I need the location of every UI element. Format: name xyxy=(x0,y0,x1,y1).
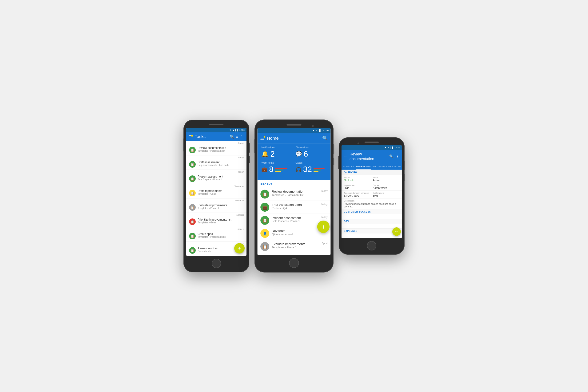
tab-sources[interactable]: SOURCES xyxy=(342,164,356,170)
right-phone-screen: ▼ ▲ ▌▌ 12:30 ← Review documentation 🔍 ⋮ xyxy=(342,145,402,238)
task-icon-7: 📋 xyxy=(189,233,196,240)
task-item-5[interactable]: 📋 Evaluate improvements Templates › Phas… xyxy=(186,202,246,213)
task-icon-4: 📋 xyxy=(189,190,196,196)
center-status-time: 12:30 xyxy=(323,129,328,132)
properties-content: OVERVIEW Status On track State Active Im… xyxy=(342,170,402,238)
task-icon-5: 📋 xyxy=(189,204,196,211)
cases-stat[interactable]: Cases 🎧 32 xyxy=(296,162,326,174)
task-item-3[interactable]: 📋 Present assessment Beta 2 specs › Phas… xyxy=(186,173,246,184)
center-phone-camera xyxy=(312,125,314,127)
recent-icon-2: 💼 xyxy=(260,203,269,212)
left-phone-speaker xyxy=(209,124,224,125)
recent-icon-1: 📋 xyxy=(260,190,269,199)
task-item-4[interactable]: 📋 Draft improvements Templates › Goals xyxy=(186,188,246,198)
baseline-value: 33 Con. days xyxy=(344,194,370,197)
center-fab[interactable]: + xyxy=(317,220,330,233)
task-item-6[interactable]: 📋 Prioritize improvements list Templates… xyxy=(186,216,246,227)
recent-item-2[interactable]: 💼 Thai translation effort Pushes › Q4 To… xyxy=(258,201,331,214)
right-tabs: SOURCES PROPERTIES DISCUSSIONS WORKPLAN xyxy=(342,164,402,170)
description-label: Description xyxy=(344,200,399,202)
cases-label: Cases xyxy=(296,162,326,164)
center-status-bar: ▼ ▲ ▌▌ 12:30 xyxy=(258,128,331,133)
dev-header: DEV xyxy=(342,219,402,224)
right-status-time: 12:30 xyxy=(394,146,400,149)
left-search-icon[interactable]: 🔍 xyxy=(230,134,234,139)
owner-value: Karen White xyxy=(373,186,399,189)
task-item-2[interactable]: 📋 Draft assessment Help assessment › Sho… xyxy=(186,159,246,170)
left-home-btn[interactable] xyxy=(212,259,221,268)
right-more-icon[interactable]: ⋮ xyxy=(396,154,399,159)
chat-icon: 💬 xyxy=(296,151,302,157)
left-task-list: Today 📋 Review documentation Templates ›… xyxy=(186,141,246,256)
phones-container: ▼ ▲ ▌▌ 12:30 Tasks 🔍 ≡ ⋮ T xyxy=(184,120,404,272)
recent-header: RECENT xyxy=(258,182,331,188)
tab-discussions[interactable]: DISCUSSIONS xyxy=(371,164,387,170)
notifications-label: Notifications xyxy=(261,146,292,149)
home-stats: Notifications 🔔 2 Discussions 💬 6 Work I… xyxy=(258,143,331,180)
customer-success-header: CUSTOMER SUCCESS xyxy=(342,209,402,214)
right-phone-speaker xyxy=(364,142,379,143)
left-phone-screen: ▼ ▲ ▌▌ 12:30 Tasks 🔍 ≡ ⋮ T xyxy=(186,128,246,256)
owner-label: Owner xyxy=(373,184,399,186)
work-items-stat[interactable]: Work Items 💼 8 xyxy=(261,162,292,174)
left-phone: ▼ ▲ ▌▌ 12:30 Tasks 🔍 ≡ ⋮ T xyxy=(184,120,249,272)
right-fab[interactable]: ✏ xyxy=(392,228,401,236)
center-home-btn[interactable] xyxy=(289,258,299,268)
center-menu-icon[interactable] xyxy=(260,136,264,140)
bell-icon: 🔔 xyxy=(261,150,269,157)
left-app-bar: Tasks 🔍 ≡ ⋮ xyxy=(186,132,246,141)
state-label: State xyxy=(373,176,399,179)
discussions-stat[interactable]: Discussions 💬 6 xyxy=(296,146,326,159)
discussions-value: 6 xyxy=(304,150,308,159)
right-phone: ▼ ▲ ▌▌ 12:30 ← Review documentation 🔍 ⋮ xyxy=(339,137,404,254)
notifications-value: 2 xyxy=(270,150,275,159)
tab-workplan[interactable]: WORKPLAN xyxy=(387,164,402,170)
discussions-label: Discussions xyxy=(296,146,326,149)
task-icon-2: 📋 xyxy=(189,161,196,168)
task-item-1[interactable]: 📋 Review documentation Templates › Parti… xyxy=(186,144,246,156)
recent-icon-5: 📋 xyxy=(260,242,269,251)
recent-icon-3: 📋 xyxy=(260,216,269,225)
task-icon-3: 📋 xyxy=(189,176,196,182)
task-icon-6: 📋 xyxy=(189,218,196,225)
recent-item-1[interactable]: 📋 Review documentation Templates › Parti… xyxy=(258,188,331,201)
left-app-title: Tasks xyxy=(195,134,228,139)
status-value: On track xyxy=(344,179,370,182)
back-icon[interactable]: ← xyxy=(344,154,348,159)
right-search-icon[interactable]: 🔍 xyxy=(389,154,393,159)
description-value: Review documentation to ensure each use … xyxy=(344,203,399,208)
work-items-label: Work Items xyxy=(261,162,292,164)
complete-value: 50% xyxy=(373,194,399,197)
notifications-stat[interactable]: Notifications 🔔 2 xyxy=(261,146,292,159)
task-item-7[interactable]: 📋 Create spec Templates › Participants l… xyxy=(186,230,246,242)
work-items-value: 8 xyxy=(269,165,274,174)
status-label: Status xyxy=(344,176,370,179)
right-app-bar: ← Review documentation 🔍 ⋮ xyxy=(342,150,402,164)
right-phone-camera xyxy=(358,142,360,144)
left-menu-icon[interactable] xyxy=(189,136,193,138)
overview-header: OVERVIEW xyxy=(342,170,402,175)
center-app-title: Home xyxy=(267,136,322,140)
headset-icon: 🎧 xyxy=(296,166,302,172)
complete-label: % Complete xyxy=(373,192,399,194)
recent-icon-4: 👤 xyxy=(260,229,269,238)
recent-item-5[interactable]: 📋 Evaluate improvements Templates › Phas… xyxy=(258,240,331,253)
center-phone-screen: ▼ ▲ ▌▌ 12:30 Home 🔍 Notification xyxy=(258,128,331,255)
right-app-title: Review documentation xyxy=(350,152,387,161)
left-status-time: 12:30 xyxy=(239,129,244,131)
state-value: Active xyxy=(373,179,399,182)
left-more-icon[interactable]: ⋮ xyxy=(240,134,244,139)
right-home-btn[interactable] xyxy=(367,241,376,250)
center-phone-speaker xyxy=(287,124,302,125)
left-fab[interactable]: + xyxy=(234,243,244,254)
left-filter-icon[interactable]: ≡ xyxy=(236,135,238,139)
recent-section: RECENT 📋 Review documentation Templates … xyxy=(258,180,331,255)
center-search-icon[interactable]: 🔍 xyxy=(322,136,328,141)
center-app-bar: Home 🔍 xyxy=(258,133,331,143)
task-icon-8: 📋 xyxy=(189,247,196,254)
center-phone: ▼ ▲ ▌▌ 12:30 Home 🔍 Notification xyxy=(254,120,334,272)
task-icon-1: 📋 xyxy=(189,147,196,153)
tab-properties[interactable]: PROPERTIES xyxy=(356,164,371,170)
right-status-bar: ▼ ▲ ▌▌ 12:30 xyxy=(342,145,402,150)
baseline-label: Baseline duration variance xyxy=(344,192,370,194)
